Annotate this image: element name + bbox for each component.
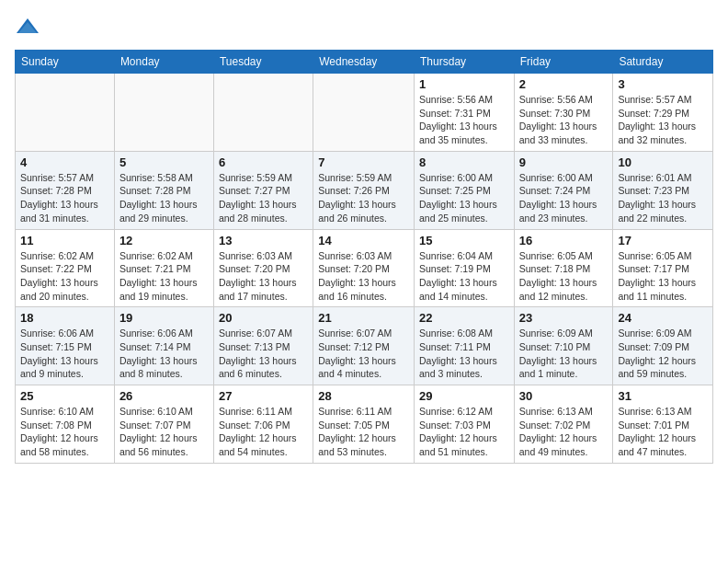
calendar-header-tuesday: Tuesday [213, 51, 313, 74]
day-number: 21 [318, 311, 409, 325]
calendar-header-thursday: Thursday [415, 51, 515, 74]
calendar-week-2: 4Sunrise: 5:57 AM Sunset: 7:28 PM Daylig… [16, 151, 713, 229]
day-info: Sunrise: 6:09 AM Sunset: 7:10 PM Dayligh… [519, 327, 609, 381]
calendar-cell: 20Sunrise: 6:07 AM Sunset: 7:13 PM Dayli… [213, 307, 313, 385]
day-info: Sunrise: 6:10 AM Sunset: 7:08 PM Dayligh… [20, 405, 109, 459]
calendar-cell: 15Sunrise: 6:04 AM Sunset: 7:19 PM Dayli… [415, 229, 515, 307]
calendar-cell [16, 74, 115, 152]
calendar-cell [213, 74, 313, 152]
day-info: Sunrise: 6:05 AM Sunset: 7:17 PM Dayligh… [618, 249, 708, 304]
calendar-cell: 26Sunrise: 6:10 AM Sunset: 7:07 PM Dayli… [114, 385, 213, 464]
day-number: 31 [618, 389, 708, 403]
calendar-header-wednesday: Wednesday [313, 51, 415, 74]
day-number: 3 [618, 77, 708, 91]
day-info: Sunrise: 6:04 AM Sunset: 7:19 PM Dayligh… [419, 249, 509, 304]
day-number: 23 [519, 311, 609, 325]
calendar-cell: 4Sunrise: 5:57 AM Sunset: 7:28 PM Daylig… [16, 151, 115, 229]
day-info: Sunrise: 6:07 AM Sunset: 7:12 PM Dayligh… [318, 327, 409, 381]
day-number: 19 [119, 311, 209, 325]
day-info: Sunrise: 6:07 AM Sunset: 7:13 PM Dayligh… [219, 327, 308, 381]
day-info: Sunrise: 5:57 AM Sunset: 7:28 PM Dayligh… [20, 171, 109, 225]
day-number: 25 [20, 389, 109, 403]
calendar-cell: 28Sunrise: 6:11 AM Sunset: 7:05 PM Dayli… [313, 385, 415, 464]
day-number: 22 [419, 311, 509, 325]
calendar-cell: 21Sunrise: 6:07 AM Sunset: 7:12 PM Dayli… [313, 307, 415, 385]
day-number: 17 [618, 234, 708, 247]
logo-icon [15, 15, 40, 40]
logo [15, 15, 44, 40]
day-number: 4 [20, 155, 109, 169]
day-number: 29 [419, 389, 509, 403]
day-number: 8 [419, 155, 509, 169]
day-number: 6 [219, 155, 308, 169]
calendar-cell: 11Sunrise: 6:02 AM Sunset: 7:22 PM Dayli… [16, 229, 115, 307]
calendar-cell: 18Sunrise: 6:06 AM Sunset: 7:15 PM Dayli… [16, 307, 115, 385]
calendar-cell: 25Sunrise: 6:10 AM Sunset: 7:08 PM Dayli… [16, 385, 115, 464]
day-number: 16 [519, 234, 609, 247]
day-info: Sunrise: 6:13 AM Sunset: 7:02 PM Dayligh… [519, 405, 609, 459]
day-number: 26 [119, 389, 209, 403]
calendar-cell: 13Sunrise: 6:03 AM Sunset: 7:20 PM Dayli… [213, 229, 313, 307]
day-number: 28 [318, 389, 409, 403]
day-info: Sunrise: 6:06 AM Sunset: 7:15 PM Dayligh… [20, 327, 109, 381]
page-header [15, 15, 713, 40]
day-info: Sunrise: 6:08 AM Sunset: 7:11 PM Dayligh… [419, 327, 509, 381]
calendar-week-5: 25Sunrise: 6:10 AM Sunset: 7:08 PM Dayli… [16, 385, 713, 464]
day-number: 5 [119, 155, 209, 169]
day-info: Sunrise: 6:11 AM Sunset: 7:06 PM Dayligh… [219, 405, 308, 459]
calendar-header-monday: Monday [114, 51, 213, 74]
calendar-header-friday: Friday [514, 51, 613, 74]
calendar-cell [313, 74, 415, 152]
day-number: 15 [419, 234, 509, 247]
calendar-header-saturday: Saturday [613, 51, 713, 74]
day-info: Sunrise: 5:56 AM Sunset: 7:31 PM Dayligh… [419, 93, 509, 147]
day-info: Sunrise: 5:59 AM Sunset: 7:27 PM Dayligh… [219, 171, 308, 225]
day-number: 27 [219, 389, 308, 403]
calendar-cell: 22Sunrise: 6:08 AM Sunset: 7:11 PM Dayli… [415, 307, 515, 385]
calendar-header-sunday: Sunday [16, 51, 115, 74]
day-number: 20 [219, 311, 308, 325]
calendar-cell: 5Sunrise: 5:58 AM Sunset: 7:28 PM Daylig… [114, 151, 213, 229]
day-info: Sunrise: 5:59 AM Sunset: 7:26 PM Dayligh… [318, 171, 409, 225]
day-info: Sunrise: 6:13 AM Sunset: 7:01 PM Dayligh… [618, 405, 708, 459]
day-info: Sunrise: 6:01 AM Sunset: 7:23 PM Dayligh… [618, 171, 708, 225]
day-number: 11 [20, 234, 109, 247]
calendar-cell: 9Sunrise: 6:00 AM Sunset: 7:24 PM Daylig… [514, 151, 613, 229]
day-info: Sunrise: 5:56 AM Sunset: 7:30 PM Dayligh… [519, 93, 609, 147]
day-info: Sunrise: 5:58 AM Sunset: 7:28 PM Dayligh… [119, 171, 209, 225]
day-info: Sunrise: 6:11 AM Sunset: 7:05 PM Dayligh… [318, 405, 409, 459]
calendar-week-4: 18Sunrise: 6:06 AM Sunset: 7:15 PM Dayli… [16, 307, 713, 385]
day-info: Sunrise: 6:03 AM Sunset: 7:20 PM Dayligh… [219, 249, 308, 304]
day-number: 7 [318, 155, 409, 169]
calendar-cell: 10Sunrise: 6:01 AM Sunset: 7:23 PM Dayli… [613, 151, 713, 229]
calendar-cell: 19Sunrise: 6:06 AM Sunset: 7:14 PM Dayli… [114, 307, 213, 385]
calendar-cell: 23Sunrise: 6:09 AM Sunset: 7:10 PM Dayli… [514, 307, 613, 385]
calendar-cell: 12Sunrise: 6:02 AM Sunset: 7:21 PM Dayli… [114, 229, 213, 307]
calendar-cell: 14Sunrise: 6:03 AM Sunset: 7:20 PM Dayli… [313, 229, 415, 307]
day-info: Sunrise: 6:05 AM Sunset: 7:18 PM Dayligh… [519, 249, 609, 304]
calendar-cell: 1Sunrise: 5:56 AM Sunset: 7:31 PM Daylig… [415, 74, 515, 152]
calendar-week-3: 11Sunrise: 6:02 AM Sunset: 7:22 PM Dayli… [16, 229, 713, 307]
day-info: Sunrise: 6:12 AM Sunset: 7:03 PM Dayligh… [419, 405, 509, 459]
day-number: 24 [618, 311, 708, 325]
day-info: Sunrise: 6:03 AM Sunset: 7:20 PM Dayligh… [318, 249, 409, 304]
day-number: 1 [419, 77, 509, 91]
calendar-header-row: SundayMondayTuesdayWednesdayThursdayFrid… [16, 51, 713, 74]
day-number: 2 [519, 77, 609, 91]
calendar-cell: 29Sunrise: 6:12 AM Sunset: 7:03 PM Dayli… [415, 385, 515, 464]
calendar-cell: 8Sunrise: 6:00 AM Sunset: 7:25 PM Daylig… [415, 151, 515, 229]
calendar-cell: 30Sunrise: 6:13 AM Sunset: 7:02 PM Dayli… [514, 385, 613, 464]
day-info: Sunrise: 6:00 AM Sunset: 7:24 PM Dayligh… [519, 171, 609, 225]
calendar-cell: 7Sunrise: 5:59 AM Sunset: 7:26 PM Daylig… [313, 151, 415, 229]
calendar-week-1: 1Sunrise: 5:56 AM Sunset: 7:31 PM Daylig… [16, 74, 713, 152]
day-number: 30 [519, 389, 609, 403]
day-info: Sunrise: 6:10 AM Sunset: 7:07 PM Dayligh… [119, 405, 209, 459]
day-info: Sunrise: 6:00 AM Sunset: 7:25 PM Dayligh… [419, 171, 509, 225]
day-number: 12 [119, 234, 209, 247]
calendar-cell [114, 74, 213, 152]
day-info: Sunrise: 6:02 AM Sunset: 7:22 PM Dayligh… [20, 249, 109, 304]
calendar-cell: 3Sunrise: 5:57 AM Sunset: 7:29 PM Daylig… [613, 74, 713, 152]
day-info: Sunrise: 6:06 AM Sunset: 7:14 PM Dayligh… [119, 327, 209, 381]
calendar-cell: 17Sunrise: 6:05 AM Sunset: 7:17 PM Dayli… [613, 229, 713, 307]
day-number: 10 [618, 155, 708, 169]
